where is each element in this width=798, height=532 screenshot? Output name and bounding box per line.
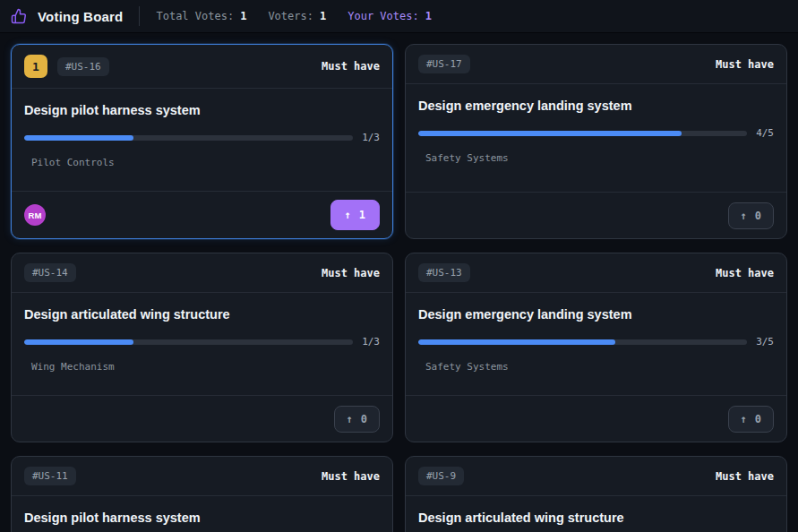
card-title: Design pilot harness system <box>24 103 380 117</box>
priority-label: Must have <box>716 58 774 71</box>
card-id-badge: #US-16 <box>57 57 109 76</box>
voting-card: #US-11 Must have Design pilot harness sy… <box>11 456 393 532</box>
progress-fill <box>418 131 682 136</box>
progress-track <box>24 339 353 345</box>
card-title: Design pilot harness system <box>24 511 380 525</box>
card-body: Design emergency landing system 4/5 Safe… <box>406 84 786 186</box>
voting-card: #US-9 Must have Design articulated wing … <box>405 456 787 532</box>
card-tag: Safety Systems <box>425 361 509 373</box>
progress-fill <box>24 339 133 345</box>
card-header: #US-11 Must have <box>12 457 392 496</box>
progress-label: 1/3 <box>362 132 380 143</box>
priority-label: Must have <box>716 470 774 483</box>
vote-button[interactable]: ↑ 1 <box>330 200 380 230</box>
card-body: Design articulated wing structure 1/1 Wi… <box>406 496 786 532</box>
voting-card: 1 #US-16 Must have Design pilot harness … <box>11 44 393 239</box>
vote-count: 1 <box>359 209 365 221</box>
card-title: Design articulated wing structure <box>24 307 380 322</box>
voting-card: #US-14 Must have Design articulated wing… <box>11 253 393 442</box>
topbar-divider <box>139 6 140 26</box>
card-tag: Safety Systems <box>425 152 509 164</box>
voter-avatar: RM <box>24 204 46 226</box>
vote-count: 0 <box>755 210 761 222</box>
rank-badge: 1 <box>24 55 47 78</box>
card-header: 1 #US-16 Must have <box>12 45 392 89</box>
card-footer: RM ↑ 1 <box>12 191 392 238</box>
vote-count: 0 <box>361 413 367 425</box>
card-title: Design articulated wing structure <box>418 511 774 525</box>
card-id-badge: #US-17 <box>418 55 470 73</box>
card-footer: ↑ 0 <box>406 192 786 238</box>
voting-board-grid[interactable]: 1 #US-16 Must have Design pilot harness … <box>0 33 798 532</box>
stat-your-votes: Your Votes:1 <box>348 10 432 22</box>
vote-stats: Total Votes:1 Voters:1 Your Votes:1 <box>156 10 431 22</box>
card-header: #US-17 Must have <box>406 45 786 84</box>
card-id-badge: #US-11 <box>24 467 76 485</box>
progress-track <box>418 339 747 345</box>
card-title: Design emergency landing system <box>418 99 774 113</box>
stat-total-votes: Total Votes:1 <box>156 10 246 22</box>
card-header: #US-14 Must have <box>12 253 392 293</box>
progress-row: 4/5 <box>418 127 774 139</box>
card-footer: ↑ 0 <box>406 395 786 442</box>
priority-label: Must have <box>322 470 380 483</box>
upvote-arrow-icon: ↑ <box>741 210 747 222</box>
card-body: Design pilot harness system 2/3 Pilot Co… <box>12 496 392 532</box>
progress-label: 1/3 <box>362 336 380 348</box>
progress-fill <box>418 339 615 345</box>
card-header: #US-13 Must have <box>406 253 786 293</box>
card-id-badge: #US-14 <box>24 263 76 282</box>
progress-label: 3/5 <box>756 336 774 348</box>
card-footer: ↑ 0 <box>12 395 392 442</box>
card-header: #US-9 Must have <box>406 457 786 496</box>
card-title: Design emergency landing system <box>418 307 774 322</box>
progress-track <box>24 135 353 141</box>
vote-button[interactable]: ↑ 0 <box>728 202 774 229</box>
vote-button[interactable]: ↑ 0 <box>728 406 774 433</box>
card-id-badge: #US-9 <box>418 467 464 485</box>
priority-label: Must have <box>322 60 380 73</box>
card-body: Design emergency landing system 3/5 Safe… <box>406 293 786 395</box>
progress-row: 3/5 <box>418 336 774 348</box>
upvote-arrow-icon: ↑ <box>347 413 353 425</box>
card-body: Design articulated wing structure 1/3 Wi… <box>12 293 392 395</box>
card-body: Design pilot harness system 1/3 Pilot Co… <box>12 89 392 191</box>
topbar: Voting Board Total Votes:1 Voters:1 Your… <box>0 0 798 33</box>
card-tag: Wing Mechanism <box>31 361 115 373</box>
thumbs-up-icon <box>11 7 29 25</box>
upvote-arrow-icon: ↑ <box>741 413 747 425</box>
priority-label: Must have <box>716 267 774 279</box>
voting-card: #US-17 Must have Design emergency landin… <box>405 44 787 239</box>
progress-row: 1/3 <box>24 336 380 348</box>
app-title: Voting Board <box>38 9 123 24</box>
card-id-badge: #US-13 <box>418 263 470 282</box>
stat-voters: Voters:1 <box>268 10 326 22</box>
progress-track <box>418 131 747 136</box>
vote-button[interactable]: ↑ 0 <box>334 406 380 433</box>
voting-card: #US-13 Must have Design emergency landin… <box>405 253 787 442</box>
progress-fill <box>24 135 133 141</box>
priority-label: Must have <box>322 267 380 279</box>
upvote-arrow-icon: ↑ <box>345 209 351 221</box>
progress-row: 1/3 <box>24 132 380 143</box>
card-tag: Pilot Controls <box>31 157 115 168</box>
progress-label: 4/5 <box>756 127 774 139</box>
vote-count: 0 <box>755 413 761 425</box>
